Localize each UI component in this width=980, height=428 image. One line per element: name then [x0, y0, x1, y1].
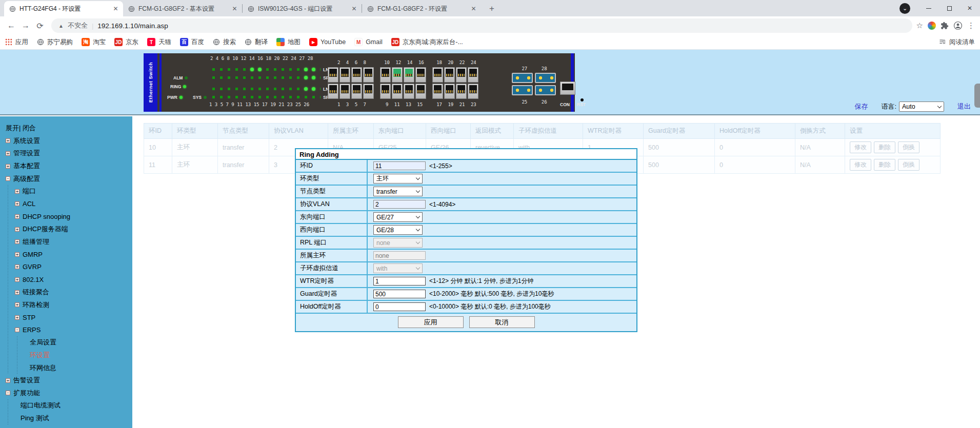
expand-toggle[interactable]: +: [15, 264, 19, 269]
expand-toggle[interactable]: +: [6, 378, 10, 383]
bookmark-taobao[interactable]: 淘 淘宝: [82, 38, 106, 47]
bookmark-star-icon[interactable]: ☆: [916, 21, 923, 30]
reading-list-button[interactable]: 阅读清单: [938, 38, 975, 47]
ring-id-input[interactable]: [373, 161, 426, 170]
collapse-toggle[interactable]: -: [15, 328, 19, 332]
expand-toggle[interactable]: +: [15, 214, 19, 219]
bookmark-gmail[interactable]: M Gmail: [354, 38, 383, 46]
expand-toggle[interactable]: +: [15, 315, 19, 320]
sidebar-item-dhcp-snooping[interactable]: +DHCP snooping: [0, 210, 132, 223]
scrollbar-thumb[interactable]: [974, 84, 980, 108]
sidebar-item-dhcp-server[interactable]: +DHCP服务器端: [0, 223, 132, 236]
collapse-toggle[interactable]: -: [6, 176, 10, 181]
sidebar-item-cable-test[interactable]: 端口电缆测试: [0, 399, 132, 412]
forward-button[interactable]: →: [18, 18, 33, 33]
modify-button[interactable]: 修改: [850, 141, 871, 153]
sidebar-item-erps[interactable]: -ERPS: [0, 324, 132, 337]
expand-toggle[interactable]: +: [6, 164, 10, 169]
tab-3[interactable]: ISW9012G-4GS - 端口设置 ✕: [243, 1, 362, 16]
avatar-icon[interactable]: [953, 21, 963, 30]
url-box[interactable]: ▲ 不安全 | 192.169.1.10/main.asp: [51, 18, 912, 33]
sidebar-item-ping-test[interactable]: Ping 测试: [0, 412, 132, 425]
sidebar-item-alarm-settings[interactable]: +告警设置: [0, 374, 132, 387]
sidebar-item-ring-info[interactable]: 环网信息: [0, 361, 132, 374]
expand-collapse-links[interactable]: 展开| 闭合: [0, 122, 132, 135]
sidebar-item-gvrp[interactable]: +GVRP: [0, 261, 132, 274]
sidebar-item-8021x[interactable]: +802.1X: [0, 273, 132, 286]
bookmark-jd[interactable]: JD 京东: [114, 38, 138, 47]
sidebar-item-basic-config[interactable]: +基本配置: [0, 160, 132, 173]
expand-toggle[interactable]: +: [15, 302, 19, 307]
minimize-button[interactable]: [918, 0, 939, 16]
kebab-menu-icon[interactable]: ⋮: [967, 21, 975, 30]
led-bright: [304, 68, 308, 71]
wtr-timer-input[interactable]: [373, 277, 426, 286]
switchover-button[interactable]: 倒换: [898, 159, 919, 171]
guard-timer-input[interactable]: [373, 290, 426, 298]
close-window-button[interactable]: ✕: [959, 0, 980, 16]
protocol-vlan-input[interactable]: [373, 200, 426, 209]
tab-2[interactable]: FCM-G1-G8GF2 - 基本设置 ✕: [123, 1, 242, 16]
bookmark-jd-seller[interactable]: JD 京东商城:商家后台-...: [391, 38, 463, 47]
rj45-port: [351, 84, 362, 99]
expand-toggle[interactable]: +: [15, 227, 19, 232]
west-port-select[interactable]: GE/28: [373, 225, 423, 235]
extension-colorful-icon[interactable]: [928, 22, 936, 30]
logout-link[interactable]: 退出: [957, 102, 971, 111]
east-port-select[interactable]: GE/27: [373, 212, 423, 222]
sidebar-item-extended-functions[interactable]: -扩展功能: [0, 386, 132, 399]
cancel-button[interactable]: 取消: [469, 316, 535, 328]
new-tab-button[interactable]: +: [485, 2, 498, 15]
bookmark-translate[interactable]: 翻译: [245, 38, 268, 47]
sidebar-item-port[interactable]: +端口: [0, 185, 132, 198]
bookmark-maps[interactable]: 地图: [276, 38, 301, 47]
sidebar-item-gmrp[interactable]: +GMRP: [0, 248, 132, 261]
node-type-select[interactable]: transfer: [373, 187, 423, 196]
tab-close-icon[interactable]: ✕: [230, 5, 239, 13]
expand-toggle[interactable]: +: [15, 277, 19, 282]
sidebar-item-system-settings[interactable]: +系统设置: [0, 135, 132, 148]
modify-button[interactable]: 修改: [850, 159, 871, 171]
expand-toggle[interactable]: +: [15, 201, 19, 206]
sidebar-item-multicast[interactable]: +组播管理: [0, 235, 132, 248]
expand-toggle[interactable]: +: [15, 290, 19, 295]
sidebar-item-ring-settings-current[interactable]: 环设置: [0, 349, 132, 362]
delete-button[interactable]: 删除: [874, 141, 895, 153]
holdoff-timer-input[interactable]: [373, 302, 426, 311]
apply-button[interactable]: 应用: [398, 316, 464, 328]
tab-close-icon[interactable]: ✕: [111, 5, 120, 13]
apps-shortcut[interactable]: 应用: [5, 38, 28, 47]
extensions-puzzle-icon[interactable]: [941, 22, 949, 30]
sidebar-item-stp[interactable]: +STP: [0, 311, 132, 324]
sidebar-item-loop-detection[interactable]: +环路检测: [0, 298, 132, 311]
sidebar-item-acl[interactable]: +ACL: [0, 198, 132, 211]
bookmark-suning[interactable]: 苏宁易购: [37, 38, 73, 47]
tab-close-icon[interactable]: ✕: [469, 5, 478, 13]
collapse-toggle[interactable]: -: [6, 391, 10, 395]
maximize-button[interactable]: [939, 0, 959, 16]
switchover-button[interactable]: 倒换: [898, 141, 919, 153]
sidebar-item-erps-global[interactable]: 全局设置: [0, 336, 132, 349]
delete-button[interactable]: 删除: [874, 159, 895, 171]
expand-toggle[interactable]: +: [6, 151, 10, 156]
sidebar-item-advanced-config[interactable]: -高级配置: [0, 172, 132, 185]
reload-button[interactable]: ⟳: [33, 18, 47, 33]
tab-1[interactable]: HTT-G24FG4 - 环设置 ✕: [4, 1, 123, 16]
expand-toggle[interactable]: +: [15, 239, 19, 244]
sidebar-item-management-settings[interactable]: +管理设置: [0, 147, 132, 160]
expand-toggle[interactable]: +: [15, 189, 19, 194]
bookmark-youtube[interactable]: ▶ YouTube: [309, 38, 346, 46]
bookmark-search[interactable]: 搜索: [213, 38, 236, 47]
back-button[interactable]: ←: [4, 18, 18, 33]
sidebar-item-link-aggregation[interactable]: +链接聚合: [0, 286, 132, 299]
ring-type-select[interactable]: 主环: [373, 174, 423, 184]
language-select[interactable]: Auto: [899, 101, 944, 112]
bookmark-baidu[interactable]: 百 百度: [180, 38, 204, 47]
media-controls-button[interactable]: ⌄: [899, 3, 910, 14]
expand-toggle[interactable]: +: [15, 252, 19, 257]
tab-close-icon[interactable]: ✕: [350, 5, 358, 13]
save-link[interactable]: 保存: [854, 102, 868, 111]
tab-4[interactable]: FCM-G1-G8GF2 - 环设置 ✕: [362, 1, 481, 16]
expand-toggle[interactable]: +: [6, 138, 10, 143]
bookmark-tmall[interactable]: T 天猫: [147, 38, 171, 47]
